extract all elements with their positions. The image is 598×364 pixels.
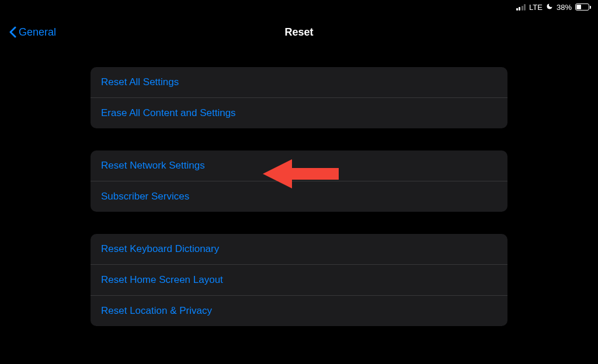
reset-network-settings[interactable]: Reset Network Settings	[91, 150, 507, 181]
subscriber-services[interactable]: Subscriber Services	[91, 181, 507, 212]
settings-group: Reset Network SettingsSubscriber Service…	[91, 150, 507, 212]
erase-all-content[interactable]: Erase All Content and Settings	[91, 97, 507, 128]
reset-all-settings[interactable]: Reset All Settings	[91, 67, 507, 97]
page-title: Reset	[284, 26, 313, 38]
carrier-label: LTE	[529, 3, 543, 12]
settings-group: Reset All SettingsErase All Content and …	[91, 67, 507, 128]
row-label: Reset Keyboard Dictionary	[101, 243, 219, 254]
signal-strength-icon	[516, 4, 526, 10]
battery-icon	[575, 4, 591, 10]
reset-keyboard-dictionary[interactable]: Reset Keyboard Dictionary	[91, 234, 507, 264]
row-label: Reset Network Settings	[101, 160, 205, 171]
back-button[interactable]: General	[9, 26, 56, 38]
status-bar: LTE 38%	[0, 0, 598, 14]
row-label: Reset Home Screen Layout	[101, 274, 223, 285]
navigation-bar: General Reset	[0, 18, 598, 47]
content-area: Reset All SettingsErase All Content and …	[91, 67, 507, 348]
row-label: Subscriber Services	[101, 191, 189, 202]
row-label: Erase All Content and Settings	[101, 107, 236, 118]
row-label: Reset All Settings	[101, 76, 179, 88]
back-label: General	[19, 26, 56, 38]
chevron-left-icon	[9, 26, 16, 38]
reset-home-screen-layout[interactable]: Reset Home Screen Layout	[91, 264, 507, 295]
do-not-disturb-icon	[546, 3, 553, 11]
settings-group: Reset Keyboard DictionaryReset Home Scre…	[91, 234, 507, 326]
battery-percent-label: 38%	[557, 3, 572, 12]
row-label: Reset Location & Privacy	[101, 305, 212, 316]
reset-location-privacy[interactable]: Reset Location & Privacy	[91, 295, 507, 326]
